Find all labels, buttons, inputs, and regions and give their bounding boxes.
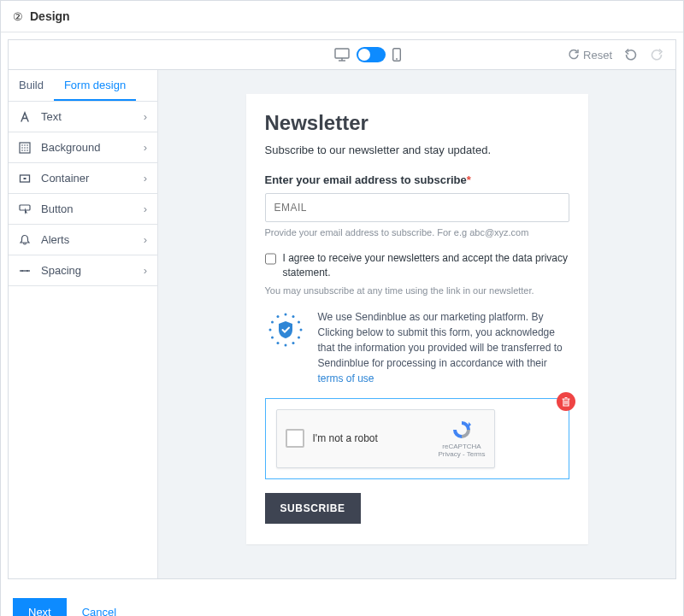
email-label: Enter your email address to subscribe* (265, 173, 569, 186)
svg-point-32 (276, 315, 279, 318)
svg-point-25 (298, 336, 300, 338)
sidebar-item-alerts[interactable]: Alerts › (9, 225, 157, 255)
tab-form-design[interactable]: Form design (54, 70, 136, 101)
consent-text: I agree to receive your newsletters and … (283, 251, 569, 280)
sidebar-item-label: Spacing (41, 264, 144, 277)
form-subtitle: Subscribe to our newsletter and stay upd… (265, 144, 569, 156)
svg-point-24 (299, 328, 302, 331)
recaptcha-logo-icon (451, 419, 473, 441)
sidebar-item-label: Button (41, 202, 144, 215)
undo-icon[interactable] (624, 48, 638, 62)
svg-point-10 (24, 147, 26, 149)
svg-point-21 (284, 313, 286, 315)
svg-point-23 (298, 320, 300, 323)
email-hint: Provide your email address to subscribe.… (265, 227, 569, 238)
step-indicator: ② (13, 10, 23, 23)
svg-rect-0 (335, 49, 349, 58)
consent-checkbox[interactable] (265, 253, 276, 265)
subscribe-button[interactable]: SUBSCRIBE (265, 493, 361, 524)
svg-point-11 (27, 147, 28, 149)
spacing-icon (19, 265, 36, 277)
chevron-right-icon: › (144, 202, 147, 215)
form-card[interactable]: Newsletter Subscribe to our newsletter a… (246, 94, 588, 544)
sidebar-item-label: Text (41, 110, 144, 123)
svg-point-26 (292, 342, 294, 344)
background-icon (19, 142, 36, 154)
svg-point-7 (24, 144, 26, 146)
recaptcha-brand: reCAPTCHA Privacy - Terms (439, 419, 486, 459)
chevron-right-icon: › (144, 233, 147, 246)
chevron-right-icon: › (144, 172, 147, 185)
svg-point-19 (21, 270, 23, 272)
recaptcha-checkbox[interactable] (286, 429, 304, 448)
next-button[interactable]: Next (13, 598, 67, 616)
captcha-block-selected[interactable]: I'm not a robot reCAPTCHA Privacy - Term… (265, 398, 569, 479)
sidebar: Build Form design Text › (9, 70, 158, 578)
svg-point-14 (27, 150, 28, 151)
unsubscribe-hint: You may unsubscribe at any time using th… (265, 285, 569, 296)
form-canvas: Newsletter Subscribe to our newsletter a… (158, 70, 675, 578)
chevron-right-icon: › (144, 141, 147, 154)
svg-point-20 (27, 270, 28, 272)
button-icon (19, 203, 36, 215)
sidebar-item-label: Container (41, 172, 144, 185)
redo-icon[interactable] (650, 48, 663, 62)
chevron-right-icon: › (144, 264, 147, 277)
toolbar: Reset (8, 39, 676, 69)
svg-point-8 (27, 144, 28, 146)
svg-point-31 (271, 320, 274, 323)
sidebar-item-background[interactable]: Background › (9, 132, 157, 163)
gdpr-info: We use Sendinblue as our marketing platf… (265, 309, 569, 386)
svg-point-13 (24, 150, 26, 151)
sidebar-item-button[interactable]: Button › (9, 194, 157, 225)
terms-link[interactable]: terms of use (318, 373, 374, 384)
svg-point-28 (276, 342, 279, 344)
sidebar-item-label: Background (41, 141, 144, 154)
gdpr-text: We use Sendinblue as our marketing platf… (318, 309, 569, 386)
required-mark: * (467, 173, 471, 186)
sidebar-item-text[interactable]: Text › (9, 102, 157, 132)
svg-point-9 (21, 147, 23, 149)
reset-icon (568, 49, 580, 61)
svg-point-27 (284, 343, 286, 346)
section-title: Design (30, 9, 70, 23)
reset-button[interactable]: Reset (568, 49, 612, 62)
svg-point-30 (268, 328, 271, 331)
shield-badge-icon (265, 309, 306, 350)
svg-point-6 (21, 144, 23, 146)
recaptcha-label: I'm not a robot (313, 432, 439, 444)
sidebar-item-container[interactable]: Container › (9, 163, 157, 194)
device-switcher (103, 47, 401, 62)
text-icon (19, 111, 36, 123)
svg-point-12 (21, 150, 23, 151)
svg-point-4 (396, 58, 398, 60)
tabs: Build Form design (9, 70, 157, 102)
email-field[interactable] (265, 193, 569, 222)
svg-rect-16 (24, 178, 27, 179)
desktop-icon[interactable] (334, 48, 350, 62)
mobile-icon[interactable] (392, 48, 401, 62)
footer: Next Cancel (1, 586, 683, 616)
container-icon (19, 173, 36, 185)
chevron-right-icon: › (144, 110, 147, 123)
device-toggle[interactable] (357, 47, 386, 62)
svg-point-22 (292, 315, 294, 318)
sidebar-item-label: Alerts (41, 233, 144, 246)
recaptcha-widget[interactable]: I'm not a robot reCAPTCHA Privacy - Term… (276, 409, 495, 468)
reset-label: Reset (583, 49, 612, 62)
sidebar-item-spacing[interactable]: Spacing › (9, 255, 157, 286)
tab-build[interactable]: Build (9, 70, 54, 101)
cancel-button[interactable]: Cancel (82, 606, 116, 616)
form-title: Newsletter (265, 111, 569, 135)
bell-icon (19, 234, 36, 246)
section-header: ② Design (1, 1, 683, 32)
svg-point-29 (271, 336, 274, 338)
delete-element-button[interactable] (557, 392, 575, 411)
